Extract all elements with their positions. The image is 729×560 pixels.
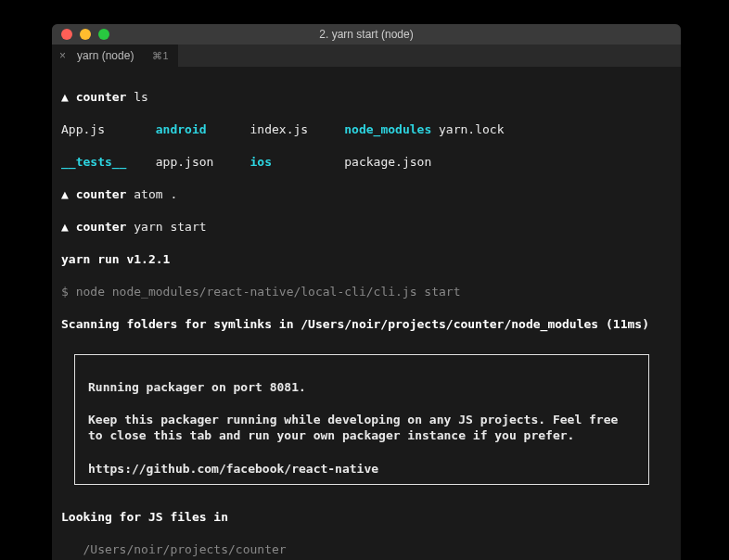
prompt-symbol: ▲ bbox=[61, 187, 69, 201]
tab-close-icon[interactable]: × bbox=[59, 49, 66, 62]
ls-item: __tests__ bbox=[61, 155, 126, 169]
scan-line: Scanning folders for symlinks in /Users/… bbox=[61, 316, 671, 333]
prompt-symbol: ▲ bbox=[61, 220, 69, 234]
box-line: Running packager on port 8081. bbox=[88, 380, 306, 394]
command-ls: ls bbox=[134, 90, 148, 104]
window-title: 2. yarn start (node) bbox=[52, 28, 681, 41]
box-line: Keep this packager running while develop… bbox=[88, 413, 625, 443]
ls-item: App.js bbox=[61, 122, 105, 136]
tab-bar: × yarn (node) ⌘1 bbox=[52, 45, 681, 67]
terminal-body[interactable]: ▲ counter ls App.js android index.js nod… bbox=[52, 67, 681, 560]
ls-item: yarn.lock bbox=[439, 122, 504, 136]
yarn-run-line: yarn run v1.2.1 bbox=[61, 251, 671, 268]
prompt-dir: counter bbox=[76, 220, 127, 234]
tab-yarn[interactable]: × yarn (node) ⌘1 bbox=[52, 45, 178, 67]
dollar-prefix: $ bbox=[61, 285, 76, 299]
close-icon[interactable] bbox=[61, 29, 72, 40]
ls-item: node_modules bbox=[344, 122, 431, 136]
prompt-dir: counter bbox=[76, 187, 127, 201]
ls-item: index.js bbox=[250, 122, 309, 136]
ls-item: ios bbox=[250, 155, 272, 169]
command-atom: atom . bbox=[134, 187, 177, 201]
box-link: https://github.com/facebook/react-native bbox=[88, 462, 378, 476]
terminal-window: 2. yarn start (node) × yarn (node) ⌘1 ▲ … bbox=[52, 24, 681, 560]
node-command: node node_modules/react-native/local-cli… bbox=[76, 285, 461, 299]
looking-path: /Users/noir/projects/counter bbox=[61, 541, 671, 558]
tab-shortcut: ⌘1 bbox=[152, 50, 168, 62]
prompt-dir: counter bbox=[76, 90, 127, 104]
traffic-lights bbox=[52, 29, 109, 40]
looking-line: Looking for JS files in bbox=[61, 509, 671, 526]
maximize-icon[interactable] bbox=[98, 29, 109, 40]
ls-item: android bbox=[156, 122, 207, 136]
command-yarn-start: yarn start bbox=[134, 220, 206, 234]
tab-label: yarn (node) bbox=[77, 49, 134, 62]
ls-item: app.json bbox=[156, 155, 214, 169]
info-box: Running packager on port 8081. Keep this… bbox=[74, 354, 649, 485]
prompt-symbol: ▲ bbox=[61, 90, 69, 104]
titlebar[interactable]: 2. yarn start (node) bbox=[52, 24, 681, 45]
minimize-icon[interactable] bbox=[80, 29, 91, 40]
ls-item: package.json bbox=[344, 155, 431, 169]
